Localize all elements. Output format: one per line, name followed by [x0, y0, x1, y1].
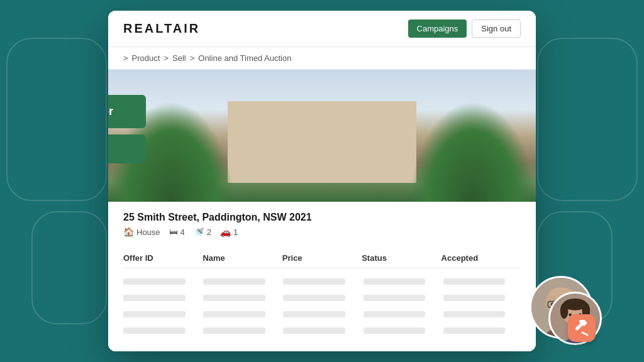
bedrooms-count: 4 — [180, 228, 185, 237]
breadcrumb-sep-0: > — [123, 53, 128, 63]
cell-placeholder — [364, 278, 426, 285]
property-type: House — [136, 228, 160, 237]
breadcrumb-item-0[interactable]: Product — [132, 53, 160, 63]
breadcrumb-sep-1: > — [164, 53, 169, 63]
cell-placeholder — [443, 278, 506, 285]
cell-placeholder — [364, 295, 426, 301]
bathrooms-count: 2 — [207, 228, 211, 237]
signout-button[interactable]: Sign out — [472, 19, 521, 38]
table-row — [123, 273, 521, 290]
cell-placeholder — [443, 327, 506, 334]
bed-icon: 🛏 — [169, 227, 178, 237]
cell-placeholder — [443, 311, 506, 317]
campaigns-button[interactable]: Campaigns — [408, 19, 467, 38]
bath-icon: 🚿 — [194, 227, 204, 237]
header-buttons: Campaigns Sign out — [408, 19, 521, 38]
bedrooms-detail: 🛏 4 — [169, 227, 185, 237]
property-info: 25 Smith Street, Paddington, NSW 2021 🏠 … — [108, 202, 536, 242]
bathrooms-detail: 🚿 2 — [194, 227, 211, 237]
cell-placeholder — [443, 295, 506, 301]
cell-placeholder — [123, 295, 186, 301]
register-bid-button[interactable]: Register bid — [108, 134, 146, 163]
breadcrumb-item-1[interactable]: Sell — [172, 53, 186, 63]
col-accepted: Accepted — [441, 253, 521, 263]
cell-placeholder — [203, 327, 265, 334]
cell-placeholder — [283, 327, 345, 334]
svg-line-19 — [582, 332, 587, 335]
cell-placeholder — [283, 311, 345, 317]
svg-point-13 — [560, 303, 569, 319]
table-header: Offer ID Name Price Status Accepted — [123, 248, 521, 268]
trees-right — [410, 101, 536, 202]
parking-detail: 🚗 1 — [220, 227, 238, 237]
col-status: Status — [362, 253, 441, 263]
table-row — [123, 290, 521, 306]
logo: REALTAIR — [123, 21, 200, 36]
breadcrumb-item-2[interactable]: Online and Timed Auction — [198, 53, 291, 63]
col-offer-id: Offer ID — [123, 253, 203, 263]
table-row — [123, 306, 521, 322]
breadcrumb: > Product > Sell > Online and Timed Auct… — [108, 47, 536, 70]
header: REALTAIR Campaigns Sign out — [108, 11, 536, 47]
property-address: 25 Smith Street, Paddington, NSW 2021 — [123, 212, 521, 223]
property-details: 🏠 House 🛏 4 🚿 2 🚗 1 — [123, 227, 521, 237]
col-name: Name — [203, 253, 282, 263]
breadcrumb-sep-2: > — [190, 53, 195, 63]
cell-placeholder — [283, 295, 345, 301]
house-structure — [228, 101, 416, 183]
property-image: Make an offer Register bid — [108, 70, 536, 202]
cell-placeholder — [203, 295, 265, 301]
cell-placeholder — [364, 327, 426, 334]
cell-placeholder — [123, 278, 186, 285]
make-offer-button[interactable]: Make an offer — [108, 95, 146, 128]
cell-placeholder — [203, 311, 265, 317]
gavel-badge — [568, 314, 596, 342]
cell-placeholder — [203, 278, 265, 285]
bg-decoration-3 — [31, 211, 107, 324]
car-icon: 🚗 — [220, 227, 231, 237]
table-row — [123, 322, 521, 339]
bg-decoration-2 — [537, 38, 638, 201]
main-card: REALTAIR Campaigns Sign out > Product > … — [108, 11, 536, 351]
cell-placeholder — [123, 327, 186, 334]
cell-placeholder — [123, 311, 186, 317]
offers-table: Offer ID Name Price Status Accepted — [108, 242, 536, 351]
house-icon: 🏠 — [123, 227, 134, 237]
parking-count: 1 — [233, 228, 238, 237]
property-type-detail: 🏠 House — [123, 227, 160, 237]
bg-decoration-1 — [6, 38, 107, 201]
action-buttons: Make an offer Register bid — [108, 95, 146, 163]
col-price: Price — [282, 253, 362, 263]
cell-placeholder — [283, 278, 345, 285]
avatar-container — [530, 276, 592, 339]
cell-placeholder — [364, 311, 426, 317]
